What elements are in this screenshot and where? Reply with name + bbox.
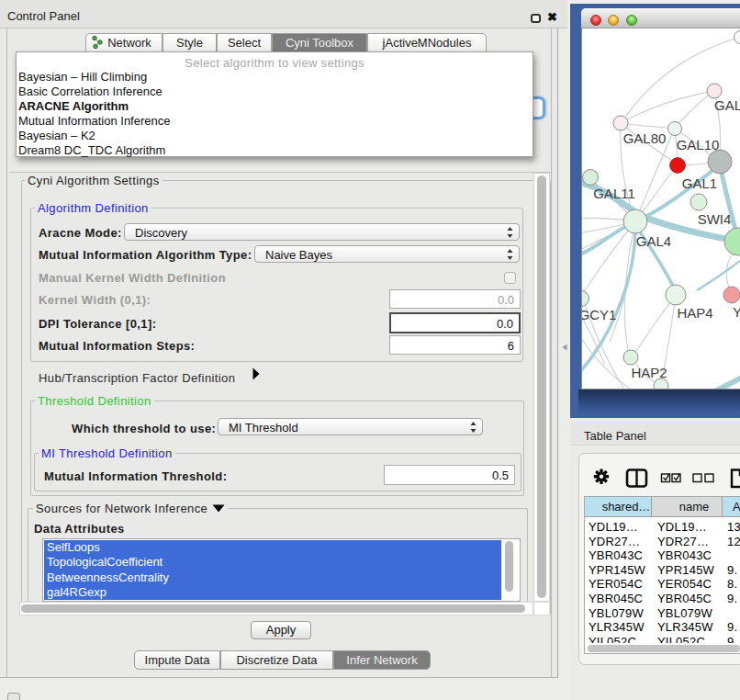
svg-text:GAL11: GAL11 (593, 186, 635, 201)
svg-text:SWI4: SWI4 (698, 211, 732, 227)
svg-text:GAL4: GAL4 (636, 233, 671, 249)
svg-text:Y: Y (733, 304, 740, 320)
svg-text:GAL10: GAL10 (677, 137, 720, 152)
svg-text:HAP4: HAP4 (677, 305, 712, 321)
svg-text:GAL7: GAL7 (714, 97, 740, 113)
svg-text:GAL1: GAL1 (682, 175, 717, 191)
svg-text:GAL80: GAL80 (623, 130, 667, 146)
svg-text:HAP2: HAP2 (631, 365, 667, 380)
svg-text:GCY1: GCY1 (582, 307, 616, 322)
